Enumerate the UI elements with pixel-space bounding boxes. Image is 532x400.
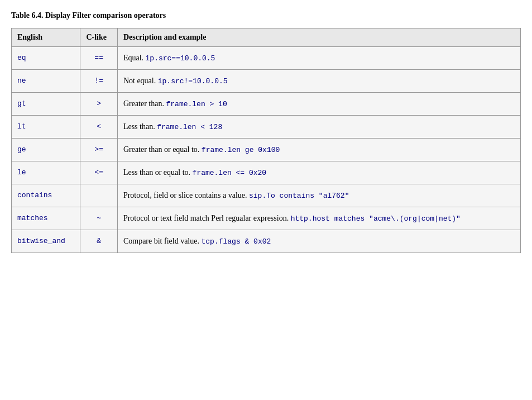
table-row: gt>Greater than. frame.len > 10 <box>12 93 521 116</box>
header-english: English <box>12 28 80 47</box>
cell-english: contains <box>12 184 80 207</box>
table-row: matches~Protocol or text field match Per… <box>12 207 521 230</box>
table-row: ge>=Greater than or equal to. frame.len … <box>12 139 521 161</box>
cell-description: Compare bit field value. tcp.flags & 0x0… <box>117 230 520 253</box>
comparison-operators-table: English C-like Description and example e… <box>11 28 521 253</box>
header-clike: C-like <box>80 28 118 47</box>
table-header-row: English C-like Description and example <box>12 28 521 47</box>
page-container: Table 6.4. Display Filter comparison ope… <box>11 11 521 253</box>
cell-english: le <box>12 161 80 184</box>
cell-description: Less than or equal to. frame.len <= 0x20 <box>117 161 520 184</box>
table-row: bitwise_and&Compare bit field value. tcp… <box>12 230 521 253</box>
cell-description: Less than. frame.len < 128 <box>117 116 520 139</box>
cell-english: eq <box>12 47 80 70</box>
cell-description: Not equal. ip.src!=10.0.0.5 <box>117 70 520 93</box>
cell-english: matches <box>12 207 80 230</box>
cell-clike: > <box>80 93 118 116</box>
cell-english: ge <box>12 139 80 161</box>
cell-english: gt <box>12 93 80 116</box>
cell-description: Equal. ip.src==10.0.0.5 <box>117 47 520 70</box>
cell-clike: <= <box>80 161 118 184</box>
cell-clike: & <box>80 230 118 253</box>
cell-description: Protocol, field or slice contains a valu… <box>117 184 520 207</box>
cell-english: ne <box>12 70 80 93</box>
table-row: eq==Equal. ip.src==10.0.0.5 <box>12 47 521 70</box>
cell-description: Protocol or text field match Perl regual… <box>117 207 520 230</box>
table-row: lt<Less than. frame.len < 128 <box>12 116 521 139</box>
cell-clike: == <box>80 47 118 70</box>
cell-english: lt <box>12 116 80 139</box>
cell-clike: ~ <box>80 207 118 230</box>
header-description: Description and example <box>117 28 520 47</box>
cell-clike <box>80 184 118 207</box>
cell-clike: != <box>80 70 118 93</box>
cell-clike: < <box>80 116 118 139</box>
cell-english: bitwise_and <box>12 230 80 253</box>
table-title: Table 6.4. Display Filter comparison ope… <box>11 11 521 20</box>
table-row: le<=Less than or equal to. frame.len <= … <box>12 161 521 184</box>
cell-description: Greater than. frame.len > 10 <box>117 93 520 116</box>
table-row: ne!=Not equal. ip.src!=10.0.0.5 <box>12 70 521 93</box>
cell-clike: >= <box>80 139 118 161</box>
cell-description: Greater than or equal to. frame.len ge 0… <box>117 139 520 161</box>
table-row: containsProtocol, field or slice contain… <box>12 184 521 207</box>
